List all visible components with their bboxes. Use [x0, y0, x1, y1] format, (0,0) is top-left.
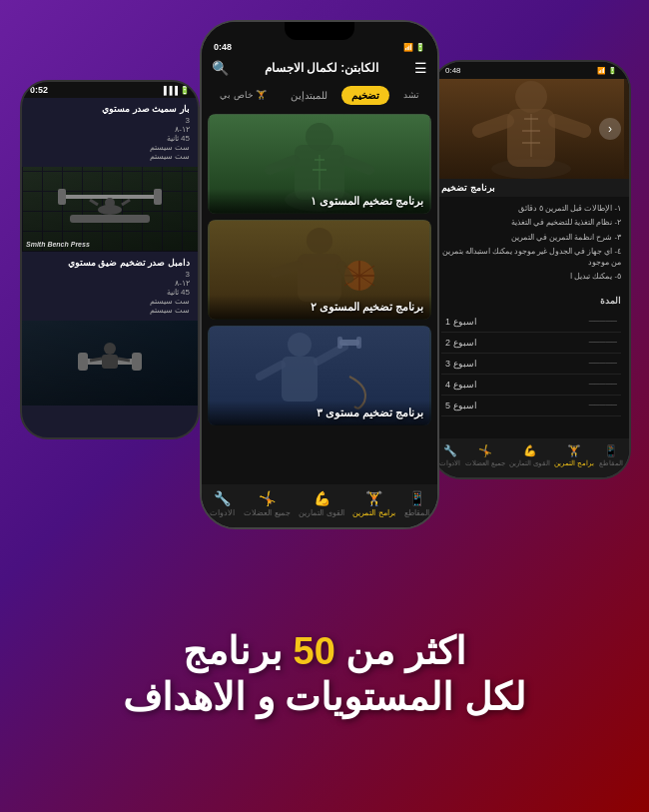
tab-tadkhim[interactable]: تضخيم: [341, 86, 389, 105]
phone-right: 0:48 📶 🔋: [431, 60, 631, 479]
week-item-1[interactable]: ───── اسبوع 1: [441, 312, 621, 333]
right-bottom-nav: 📱 المقاطع 🏋 برامج التمرين 💪 القوى التمار…: [433, 438, 629, 477]
exercise-1-sets: 3: [30, 116, 190, 125]
nav-maqati3[interactable]: 📱 المقاطع: [404, 490, 429, 517]
right-app: 0:48 📶 🔋: [433, 62, 629, 477]
right-hero-image: ›: [433, 79, 629, 179]
right-nav-power[interactable]: 💪 القوى التمارين: [509, 444, 550, 467]
menu-icon[interactable]: ☰: [414, 60, 427, 76]
nav-muscles[interactable]: 🤸 جميع العضلات: [244, 490, 290, 517]
svg-line-6: [90, 200, 98, 205]
right-programs-label: برامج التمرين: [554, 459, 594, 467]
nav-tools[interactable]: 🔧 الادوات: [210, 490, 235, 517]
svg-line-51: [555, 121, 584, 131]
right-desc-2: ٢- نظام التغذية للتضخيم في التغذية: [441, 217, 621, 228]
center-bottom-nav: 📱 المقاطع 🏋 برامج التمرين 💪 القوى التمار…: [202, 484, 437, 527]
center-app: 0:48 📶 🔋 ☰ الكابتن: لكمال الاجسام 🔍 🏋 خا…: [202, 22, 437, 527]
svg-rect-39: [337, 337, 342, 349]
week-4-label: اسبوع 4: [445, 380, 477, 390]
right-body-icon: 🤸: [478, 444, 492, 457]
right-nav-maqati3[interactable]: 📱 المقاطع: [599, 444, 623, 467]
right-nav-tools[interactable]: 🔧 الادوات: [439, 444, 460, 467]
nav-power-label: القوى التمارين: [299, 508, 343, 517]
right-nav-maqati3-label: المقاطع: [599, 459, 623, 467]
svg-point-18: [306, 123, 333, 151]
week-1-duration: ─────: [589, 317, 617, 326]
exercise-2-rest: 45 ثانية: [30, 288, 190, 297]
svg-line-7: [122, 200, 130, 205]
week-1-label: اسبوع 1: [445, 317, 477, 327]
battery-icon: 🔋: [180, 86, 190, 95]
body-icon: 🤸: [259, 490, 276, 506]
right-icons: 📶 🔋: [597, 67, 617, 75]
exercise-1-type1: ست سيستم: [30, 143, 190, 152]
right-barbell-icon: 🏋: [567, 444, 581, 457]
week-item-4[interactable]: ───── اسبوع 4: [441, 375, 621, 396]
week-list: ───── اسبوع 1 ───── اسبوع 2 ───── اسبوع …: [433, 308, 629, 420]
nav-power[interactable]: 💪 القوى التمارين: [299, 490, 343, 517]
svg-rect-3: [154, 189, 162, 205]
exercise-2-type1: ست سيستم: [30, 297, 190, 306]
week-2-label: اسبوع 2: [445, 338, 477, 348]
headline-line2: لكل المستويات و الاهداف: [123, 675, 526, 721]
barbell-icon: 🏋: [365, 490, 382, 506]
right-desc-4: ٤- اي جهاز في الجدول غير موجود يمكنك است…: [441, 246, 621, 269]
program-card-1[interactable]: برنامج تضخيم المستوى ١: [208, 114, 431, 214]
right-time: 0:48: [445, 66, 461, 75]
gym-image-2: [22, 321, 198, 406]
week-4-duration: ─────: [589, 380, 617, 389]
svg-point-5: [105, 198, 115, 208]
right-program-header: برنامج تضخيم: [433, 179, 629, 197]
exercise-1-section: بار سميث صدر مستوي 3 ١٢-٨ 45 ثانية ست سي…: [22, 98, 198, 167]
program-card-2[interactable]: برنامج تضخيم المستوى ٢: [208, 220, 431, 320]
left-status-icons: ▐▐▐ 🔋: [161, 86, 190, 95]
exercise-2-type2: ست سيستم: [30, 306, 190, 315]
right-hero-svg: [439, 79, 624, 179]
exercise-1-type2: ست سيستم: [30, 152, 190, 161]
svg-line-50: [479, 121, 507, 131]
muscle-icon: 💪: [314, 490, 330, 506]
exercise-2-section: دامبل صدر تضخيم ضيق مستوي 3 ١٢-٨ 45 ثاني…: [22, 252, 198, 321]
phone-icon: 📱: [408, 490, 425, 506]
right-nav-muscles[interactable]: 🤸 جميع العضلات: [465, 444, 505, 467]
smith-bench-label: Smith Bench Press: [26, 241, 90, 248]
tab-tashdid[interactable]: تشد: [393, 86, 429, 105]
svg-point-11: [104, 343, 116, 355]
card-3-overlay: برنامج تضخيم مستوى ٣: [208, 401, 431, 425]
card-2-title: برنامج تضخيم المستوى ٢: [216, 301, 423, 314]
right-arrow[interactable]: ›: [599, 118, 621, 140]
duration-header: المدة: [441, 296, 621, 306]
week-item-2[interactable]: ───── اسبوع 2: [441, 333, 621, 354]
svg-rect-2: [58, 189, 66, 205]
week-3-label: اسبوع 3: [445, 359, 477, 369]
left-status-bar: 0:52 ▐▐▐ 🔋: [22, 82, 198, 98]
search-icon[interactable]: 🔍: [212, 60, 229, 76]
svg-rect-36: [282, 357, 318, 402]
program-card-3[interactable]: برنامج تضخيم مستوى ٣: [208, 326, 431, 425]
svg-rect-0: [70, 215, 150, 223]
right-muscles-label: جميع العضلات: [465, 459, 505, 467]
tab-mubda[interactable]: للمبتدإين: [281, 86, 337, 105]
app-title: الكابتن: لكمال الاجسام: [265, 61, 379, 75]
nav-muscles-label: جميع العضلات: [244, 508, 290, 517]
week-5-duration: ─────: [589, 401, 617, 409]
right-muscle-icon: 💪: [523, 444, 537, 457]
right-status-bar: 0:48 📶 🔋: [433, 62, 629, 79]
left-time: 0:52: [30, 85, 48, 95]
exercise-1-name: بار سميث صدر مستوي: [30, 104, 190, 114]
signal-icon: ▐▐▐: [161, 86, 178, 95]
exercise-2-reps: ١٢-٨: [30, 279, 190, 288]
week-item-3[interactable]: ───── اسبوع 3: [441, 354, 621, 375]
right-program-title: برنامج تضخيم: [441, 183, 495, 193]
notch: [285, 22, 354, 40]
nav-maqati3-label: المقاطع: [404, 508, 429, 517]
week-item-5[interactable]: ───── اسبوع 5: [441, 396, 621, 416]
nav-programs[interactable]: 🏋 برامج التمرين: [352, 490, 394, 517]
tab-khassy[interactable]: 🏋 خاص بي: [210, 86, 277, 105]
svg-rect-9: [78, 353, 88, 371]
nav-tools-label: الادوات: [210, 508, 235, 517]
nav-programs-label: برامج التمرين: [352, 508, 394, 517]
right-nav-programs[interactable]: 🏋 برامج التمرين: [554, 444, 594, 467]
svg-point-25: [307, 228, 332, 254]
svg-line-13: [90, 359, 102, 361]
